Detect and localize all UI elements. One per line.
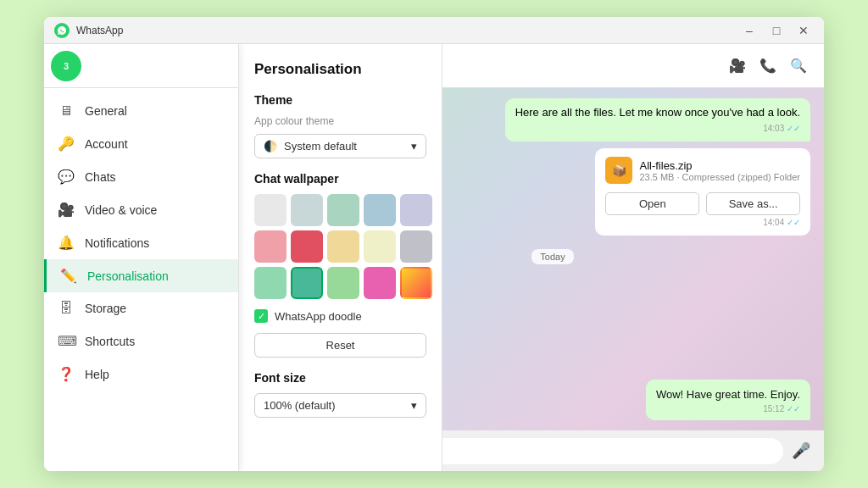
font-chevron-icon: ▾ [411, 399, 417, 412]
nav-label-video-voice: Video & voice [85, 203, 157, 217]
settings-header: 3 [44, 44, 238, 88]
file-size: 23.5 MB · Compressed (zipped) Folder [639, 172, 800, 182]
nav-label-account: Account [85, 137, 128, 151]
theme-section-title: Theme [254, 93, 426, 107]
chats-sidebar: ☰ Chats ⊡ ⋮ 🔍 3 🖥 [44, 44, 281, 471]
titlebar: WhatsApp – □ ✕ [44, 17, 824, 44]
nav-item-general[interactable]: 🖥 General [44, 95, 238, 127]
doodle-checkbox[interactable]: ✓ [254, 309, 268, 323]
font-dropdown[interactable]: 100% (default) ▾ [254, 393, 426, 418]
video-voice-icon: 🎥 [58, 202, 75, 218]
wallpaper-swatch-10[interactable] [254, 267, 287, 299]
general-icon: 🖥 [58, 103, 75, 119]
message-text-1: Here are all the files. Let me know once… [515, 106, 800, 119]
status-badge: 3 [51, 51, 81, 81]
wallpaper-swatch-0[interactable] [254, 194, 287, 226]
chats-icon: 💬 [58, 169, 75, 185]
wallpaper-grid [254, 194, 426, 299]
wallpaper-swatch-3[interactable] [364, 194, 396, 226]
wallpaper-swatch-6[interactable] [291, 230, 323, 263]
wallpaper-section-title: Chat wallpaper [254, 172, 426, 186]
nav-label-chats: Chats [85, 170, 116, 184]
nav-item-personalisation[interactable]: ✏️ Personalisation [44, 259, 238, 292]
personalisation-panel: Personalisation Theme App colour theme 🌓… [239, 44, 442, 471]
nav-item-notifications[interactable]: 🔔 Notifications [44, 226, 238, 259]
wallpaper-swatch-2[interactable] [327, 194, 359, 226]
file-actions: Open Save as... [605, 192, 800, 215]
font-value: 100% (default) [264, 399, 336, 412]
chat-header-icons: 🎥 📞 🔍 [726, 54, 810, 78]
theme-icon: 🌓 [264, 140, 277, 152]
nav-item-chats[interactable]: 💬 Chats [44, 160, 238, 193]
nav-item-account[interactable]: 🔑 Account [44, 127, 238, 160]
message-bubble-sent-1: Here are all the files. Let me know once… [505, 98, 810, 141]
search-chat-icon[interactable]: 🔍 [787, 54, 810, 78]
wallpaper-swatch-13[interactable] [364, 267, 396, 299]
nav-item-shortcuts[interactable]: ⌨ Shortcuts [44, 324, 238, 358]
file-name: All-files.zip [639, 159, 800, 172]
nav-label-general: General [85, 104, 127, 118]
app-logo [54, 23, 70, 38]
storage-icon: 🗄 [58, 301, 75, 316]
wallpaper-swatch-14[interactable] [400, 267, 432, 299]
chevron-down-icon: ▾ [411, 140, 417, 152]
message-text-2: Wow! Have great time. Enjoy. [656, 388, 800, 401]
close-button[interactable]: ✕ [793, 23, 814, 38]
wallpaper-swatch-12[interactable] [327, 267, 359, 299]
wallpaper-swatch-4[interactable] [400, 194, 432, 226]
personalisation-icon: ✏️ [60, 268, 77, 284]
wallpaper-swatch-8[interactable] [364, 230, 396, 263]
reset-button[interactable]: Reset [254, 333, 426, 358]
message-time-1: 14:03 ✓✓ [515, 123, 800, 135]
nav-item-help[interactable]: ❓ Help [44, 358, 238, 391]
nav-item-storage[interactable]: 🗄 Storage [44, 292, 238, 324]
voice-call-icon[interactable]: 📞 [756, 54, 780, 78]
file-save-button[interactable]: Save as... [706, 192, 800, 215]
nav-label-help: Help [85, 368, 109, 381]
nav-label-notifications: Notifications [85, 236, 149, 250]
nav-item-video-voice[interactable]: 🎥 Video & voice [44, 193, 238, 226]
file-open-button[interactable]: Open [605, 192, 699, 215]
minimize-button[interactable]: – [739, 23, 760, 38]
wallpaper-swatch-9[interactable] [400, 230, 432, 263]
account-icon: 🔑 [58, 136, 75, 152]
file-time: 14:04 ✓✓ [605, 218, 800, 227]
titlebar-title: WhatsApp [76, 25, 123, 36]
titlebar-controls: – □ ✕ [739, 23, 814, 38]
doodle-label: WhatsApp doodle [275, 310, 362, 323]
video-call-icon[interactable]: 🎥 [726, 54, 749, 78]
shortcuts-icon: ⌨ [58, 333, 75, 349]
file-icon: 📦 [605, 157, 632, 184]
help-icon: ❓ [58, 366, 75, 382]
panel-title: Personalisation [254, 61, 426, 78]
wallpaper-swatch-7[interactable] [327, 230, 359, 263]
file-bubble: 📦 All-files.zip 23.5 MB · Compressed (zi… [595, 148, 810, 236]
mic-icon[interactable]: 🎤 [792, 441, 810, 460]
file-info: 📦 All-files.zip 23.5 MB · Compressed (zi… [605, 157, 800, 184]
theme-subtitle: App colour theme [254, 115, 426, 127]
nav-label-shortcuts: Shortcuts [85, 335, 135, 348]
theme-value: System default [284, 140, 357, 152]
app-body: ☰ Chats ⊡ ⋮ 🔍 3 🖥 [44, 44, 824, 471]
maximize-button[interactable]: □ [766, 23, 787, 38]
message-bubble-sent-2: Wow! Have great time. Enjoy. 15:12 ✓✓ [646, 380, 810, 420]
settings-panel: 3 🖥 General 🔑 Account 💬 Chats [44, 44, 239, 471]
read-ticks-1: ✓✓ [787, 124, 800, 133]
date-badge: Today [531, 249, 573, 264]
app-window: WhatsApp – □ ✕ ☰ Chats ⊡ ⋮ 🔍 [44, 17, 824, 471]
notifications-icon: 🔔 [58, 235, 75, 251]
doodle-row: ✓ WhatsApp doodle [254, 309, 426, 323]
wallpaper-swatch-11[interactable] [291, 267, 323, 299]
titlebar-left: WhatsApp [54, 23, 123, 38]
wallpaper-swatch-1[interactable] [291, 194, 323, 226]
font-section-title: Font size [254, 371, 426, 385]
wallpaper-swatch-5[interactable] [254, 230, 287, 263]
nav-label-personalisation: Personalisation [87, 269, 169, 283]
nav-label-storage: Storage [85, 302, 126, 315]
settings-nav: 🖥 General 🔑 Account 💬 Chats 🎥 Video & vo… [44, 88, 238, 471]
message-time-2: 15:12 ✓✓ [656, 404, 800, 413]
theme-dropdown[interactable]: 🌓 System default ▾ [254, 134, 426, 158]
